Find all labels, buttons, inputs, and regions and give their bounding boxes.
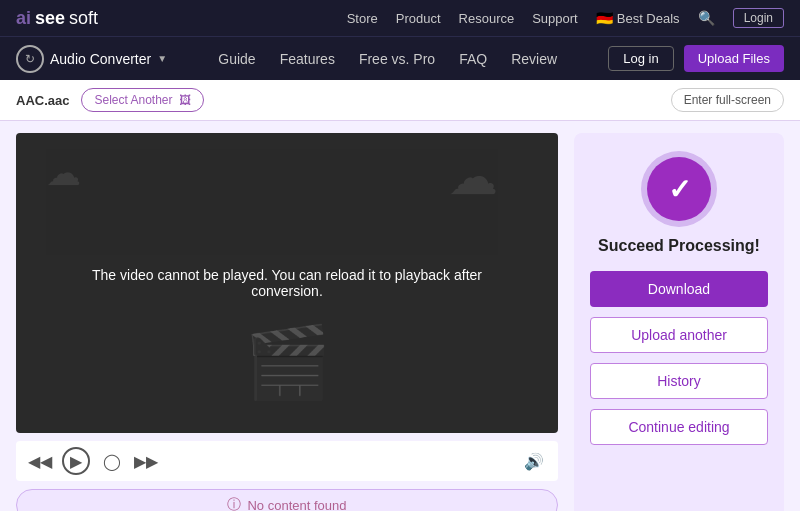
no-content-text: No content found xyxy=(247,498,346,512)
flag-icon: 🇩🇪 xyxy=(596,10,613,26)
fullscreen-button[interactable]: Enter full-screen xyxy=(671,88,784,112)
search-icon[interactable]: 🔍 xyxy=(698,10,715,26)
secondary-nav-links: Guide Features Free vs. Pro FAQ Review xyxy=(218,51,557,67)
volume-button[interactable]: 🔊 xyxy=(522,449,546,473)
nav-features[interactable]: Features xyxy=(280,51,335,67)
login-button[interactable]: Log in xyxy=(608,46,673,71)
history-button[interactable]: History xyxy=(590,363,768,399)
second-nav: ↻ Audio Converter ▼ Guide Features Free … xyxy=(0,36,800,80)
file-name-label: AAC.aac xyxy=(16,93,69,108)
nav-free-vs-pro[interactable]: Free vs. Pro xyxy=(359,51,435,67)
top-login-button[interactable]: Login xyxy=(733,8,784,28)
no-content-bar: ⓘ No content found xyxy=(16,489,558,511)
nav-resource[interactable]: Resource xyxy=(459,11,515,26)
logo: aiseesoft xyxy=(16,8,98,29)
success-text: Succeed Processing! xyxy=(598,237,760,255)
nav-guide[interactable]: Guide xyxy=(218,51,255,67)
logo-soft: soft xyxy=(69,8,98,29)
nav-actions: Log in Upload Files xyxy=(608,45,784,72)
controls-left: ◀◀ ▶ ◯ ▶▶ xyxy=(28,447,158,475)
fast-forward-button[interactable]: ▶▶ xyxy=(134,449,158,473)
nav-faq[interactable]: FAQ xyxy=(459,51,487,67)
nav-review[interactable]: Review xyxy=(511,51,557,67)
video-message: The video cannot be played. You can relo… xyxy=(16,267,558,299)
toolbar-left: AAC.aac Select Another 🖼 xyxy=(16,88,204,112)
select-another-label: Select Another xyxy=(94,93,172,107)
video-controls: ◀◀ ▶ ◯ ▶▶ 🔊 xyxy=(16,441,558,481)
action-buttons: Download Upload another History Continue… xyxy=(590,271,768,445)
download-button[interactable]: Download xyxy=(590,271,768,307)
cloud-icon-right: ☁ xyxy=(448,148,498,206)
logo-see: see xyxy=(35,8,65,29)
nav-support[interactable]: Support xyxy=(532,11,578,26)
info-icon: ⓘ xyxy=(227,496,241,511)
monitor-icon: 🖼 xyxy=(179,93,191,107)
content-area: ☁ ☁ 🎬 The video cannot be played. You ca… xyxy=(0,121,800,511)
film-icon: 🎬 xyxy=(244,321,331,403)
nav-store[interactable]: Store xyxy=(347,11,378,26)
continue-editing-button[interactable]: Continue editing xyxy=(590,409,768,445)
chevron-down-icon[interactable]: ▼ xyxy=(157,53,167,64)
video-container: ☁ ☁ 🎬 The video cannot be played. You ca… xyxy=(16,133,558,433)
top-nav: aiseesoft Store Product Resource Support… xyxy=(0,0,800,36)
brand-nav: ↻ Audio Converter ▼ xyxy=(16,45,167,73)
best-deals[interactable]: 🇩🇪 Best Deals xyxy=(596,10,680,26)
stop-button[interactable]: ◯ xyxy=(100,449,124,473)
cloud-icon-left: ☁ xyxy=(46,153,81,193)
brand-label: Audio Converter xyxy=(50,51,151,67)
upload-another-button[interactable]: Upload another xyxy=(590,317,768,353)
brand-icon: ↻ xyxy=(16,45,44,73)
checkmark-icon: ✓ xyxy=(668,173,691,206)
best-deals-label: Best Deals xyxy=(617,11,680,26)
right-panel: ✓ Succeed Processing! Download Upload an… xyxy=(574,133,784,511)
select-another-button[interactable]: Select Another 🖼 xyxy=(81,88,203,112)
play-button[interactable]: ▶ xyxy=(62,447,90,475)
rewind-button[interactable]: ◀◀ xyxy=(28,449,52,473)
logo-ai: ai xyxy=(16,8,31,29)
success-circle: ✓ xyxy=(647,157,711,221)
upload-files-button[interactable]: Upload Files xyxy=(684,45,784,72)
main-toolbar: AAC.aac Select Another 🖼 Enter full-scre… xyxy=(0,80,800,121)
top-nav-links: Store Product Resource Support 🇩🇪 Best D… xyxy=(347,8,784,28)
video-panel: ☁ ☁ 🎬 The video cannot be played. You ca… xyxy=(16,133,558,511)
nav-product[interactable]: Product xyxy=(396,11,441,26)
